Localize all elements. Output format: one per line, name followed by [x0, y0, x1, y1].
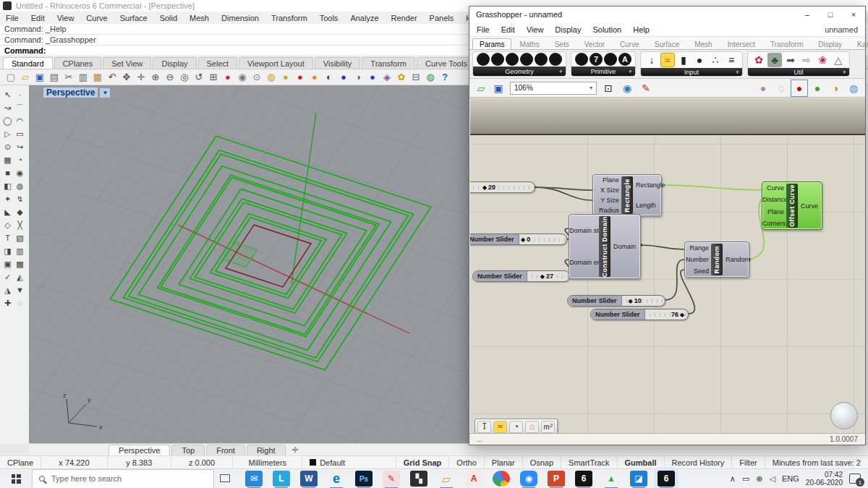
status-units[interactable]: Millimeters [233, 456, 302, 468]
grasshopper-menu-item[interactable]: View [527, 25, 544, 34]
rhino-menu-item[interactable]: File [6, 14, 19, 22]
slider-handle[interactable]: ◆ [540, 273, 545, 280]
preview-mode-icon[interactable]: ● [810, 81, 825, 95]
toolbar-icon[interactable]: ● [307, 70, 322, 85]
side-tool-icon[interactable]: ◇ [1, 218, 14, 231]
notification-icon[interactable]: 1 [849, 474, 861, 484]
taskbar-app-icon[interactable]: 6 [658, 471, 675, 487]
gh-node-rectangle[interactable]: PlaneX SizeY SizeRadius Rectangle Rectan… [592, 174, 662, 216]
rhino-menu-item[interactable]: Render [391, 14, 417, 22]
number-slider-0[interactable]: Number Slider ◆0 [470, 234, 567, 245]
component-icon[interactable]: ⊜ [520, 53, 533, 66]
component-icon[interactable]: ≡ [724, 53, 739, 67]
side-tool-icon[interactable]: ⌒ [14, 101, 26, 114]
grasshopper-menu-item[interactable]: File [477, 25, 490, 34]
side-tool-icon[interactable]: ✓ [1, 270, 14, 283]
perspective-viewport[interactable]: z y x [29, 85, 469, 443]
task-view-button[interactable] [214, 472, 236, 485]
canvas-toolbar-icon[interactable]: ✎ [639, 81, 653, 95]
toolbar-icon[interactable]: ● [221, 70, 235, 85]
language-indicator[interactable]: ENG [782, 474, 799, 483]
toolbar-icon[interactable]: ▦ [90, 70, 105, 85]
status-toggle[interactable]: Record History [665, 456, 733, 468]
preview-mode-icon[interactable]: ● [792, 81, 807, 95]
component-icon[interactable]: ↓ [644, 53, 659, 67]
rhino-menu-item[interactable]: Edit [31, 14, 45, 22]
category-tab[interactable]: Curve [613, 38, 647, 49]
component-icon[interactable]: ✿ [752, 53, 766, 67]
slider-handle[interactable]: ◆ [521, 236, 525, 243]
side-tool-icon[interactable]: ■ [1, 166, 14, 179]
widget-icon[interactable]: m² [541, 421, 555, 433]
widget-icon[interactable]: ↧ [477, 421, 491, 433]
node-input-port[interactable]: Curve [762, 184, 786, 192]
toolbar-icon[interactable]: ◑ [351, 70, 365, 85]
gh-node-offset-curve[interactable]: CurveDistancePlaneCorners Offset Curve C… [762, 181, 822, 230]
toolbar-icon[interactable]: ▤ [47, 70, 61, 85]
side-tool-icon[interactable]: ◮ [1, 283, 14, 296]
side-tool-icon[interactable]: T [1, 231, 14, 244]
taskbar-app-icon[interactable]: ✎ [383, 471, 400, 487]
category-tab[interactable]: Mesh [687, 38, 719, 49]
toolbar-icon[interactable]: ✥ [119, 70, 134, 85]
toolbar-icon[interactable]: ✂ [61, 70, 76, 85]
toolbar-tab[interactable]: Visibility [315, 57, 361, 69]
preview-mode-icon[interactable]: ● [756, 81, 770, 95]
node-output-port[interactable]: Domain [610, 243, 640, 250]
maximize-button[interactable]: □ [819, 7, 842, 22]
canvas-toolbar-icon[interactable]: ⊡ [601, 81, 616, 95]
rhino-menu-item[interactable]: Curve [86, 14, 107, 22]
grasshopper-menu-item[interactable]: Display [555, 25, 581, 34]
category-tab[interactable]: Vector [577, 38, 612, 49]
node-output-port[interactable]: Length [633, 202, 661, 209]
component-icon[interactable]: ◍ [604, 53, 617, 66]
toolbar-tab[interactable]: Transform [362, 57, 415, 69]
component-icon[interactable]: ➡ [783, 53, 798, 67]
toolbar-icon[interactable]: ▣ [33, 70, 47, 85]
toolbar-tab[interactable]: Display [153, 57, 196, 69]
grasshopper-title-bar[interactable]: Grasshopper - unnamed – □ × [469, 7, 865, 22]
number-slider-10[interactable]: Number Slider ◆10 [567, 295, 665, 307]
toolbar-icon[interactable]: ✛ [134, 70, 148, 85]
category-tab[interactable]: Transform [763, 38, 810, 49]
taskbar-app-icon[interactable]: P [548, 471, 565, 487]
gh-node-random[interactable]: RangeNumberSeed Random Random [684, 241, 749, 278]
side-tool-icon[interactable]: ◉ [14, 166, 26, 179]
status-cplane[interactable]: CPlane [0, 456, 41, 468]
component-icon[interactable]: A [618, 53, 631, 66]
node-input-port[interactable]: Radius [593, 207, 621, 214]
node-input-port[interactable]: Number [685, 256, 711, 263]
node-output-port[interactable]: Rectangle [633, 181, 661, 189]
taskbar-app-icon[interactable]: A [465, 471, 482, 487]
side-tool-icon[interactable]: ▷ [1, 127, 14, 140]
tray-icon[interactable]: ∧ [730, 474, 736, 484]
close-button[interactable]: × [842, 7, 865, 22]
toolbar-icon[interactable]: ◍ [423, 70, 438, 85]
toolbar-icon[interactable]: ⊙ [250, 70, 264, 85]
minimize-button[interactable]: – [796, 7, 819, 22]
component-icon[interactable]: ∴ [708, 53, 723, 67]
widget-icon[interactable]: ⌂ [525, 421, 539, 433]
toolbar-icon[interactable]: ▱ [18, 70, 33, 85]
node-input-port[interactable]: Plane [593, 176, 621, 184]
side-tool-icon[interactable]: ◯ [1, 114, 14, 127]
taskbar-app-icon[interactable]: ◉ [520, 471, 537, 487]
side-tool-icon[interactable]: ✦ [1, 192, 14, 205]
rhino-menu-item[interactable]: Dimension [221, 14, 259, 22]
component-icon[interactable]: ⇨ [799, 53, 814, 67]
toolbar-icon[interactable]: ◎ [177, 70, 192, 85]
side-tool-icon[interactable]: ▥ [14, 244, 26, 257]
taskbar-app-icon[interactable]: 6 [575, 471, 592, 487]
rhino-menu-item[interactable]: Panels [430, 14, 454, 22]
side-tool-icon[interactable]: ▦ [1, 153, 14, 166]
toolbar-icon[interactable]: ◐ [322, 70, 336, 85]
start-button[interactable] [0, 469, 32, 488]
side-tool-icon[interactable]: ◔ [14, 153, 26, 166]
toolbar-icon[interactable]: ⊕ [148, 70, 163, 85]
add-viewport-tab-icon[interactable]: ✛ [287, 445, 304, 455]
component-icon[interactable]: ⊙ [491, 53, 504, 66]
rhino-menu-item[interactable]: Tools [320, 14, 339, 22]
category-tab[interactable]: Sets [548, 38, 576, 49]
taskbar-search-input[interactable]: Type here to search [32, 469, 214, 488]
category-tab[interactable]: Kangaroo2 [850, 38, 868, 49]
